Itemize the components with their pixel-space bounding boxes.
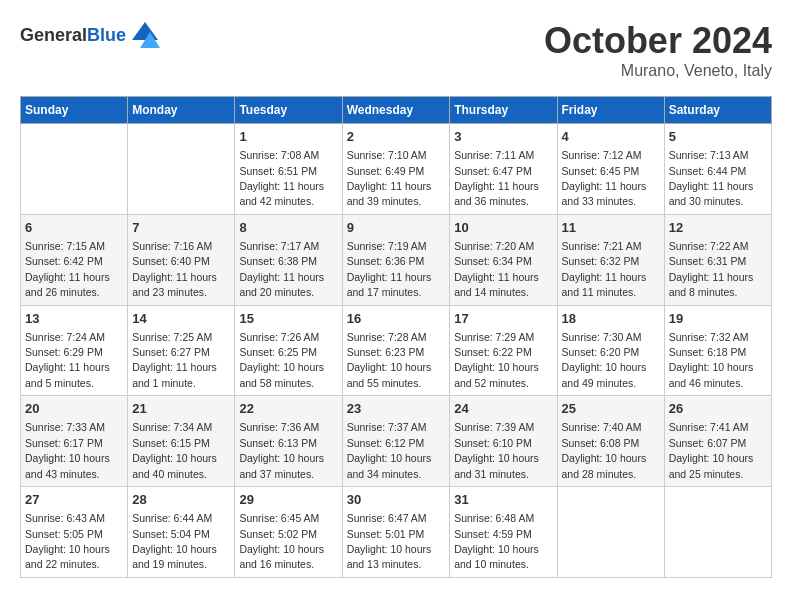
calendar-week-row: 6Sunrise: 7:15 AM Sunset: 6:42 PM Daylig… (21, 214, 772, 305)
weekday-header: Saturday (664, 97, 771, 124)
day-number: 2 (347, 128, 446, 146)
day-number: 28 (132, 491, 230, 509)
calendar-cell: 19Sunrise: 7:32 AM Sunset: 6:18 PM Dayli… (664, 305, 771, 396)
weekday-header: Friday (557, 97, 664, 124)
day-info: Sunrise: 7:29 AM Sunset: 6:22 PM Dayligh… (454, 331, 539, 389)
day-number: 5 (669, 128, 767, 146)
day-info: Sunrise: 6:44 AM Sunset: 5:04 PM Dayligh… (132, 512, 217, 570)
calendar-cell: 14Sunrise: 7:25 AM Sunset: 6:27 PM Dayli… (128, 305, 235, 396)
weekday-header: Thursday (450, 97, 557, 124)
day-number: 30 (347, 491, 446, 509)
day-info: Sunrise: 7:17 AM Sunset: 6:38 PM Dayligh… (239, 240, 324, 298)
day-info: Sunrise: 7:41 AM Sunset: 6:07 PM Dayligh… (669, 421, 754, 479)
day-info: Sunrise: 7:24 AM Sunset: 6:29 PM Dayligh… (25, 331, 110, 389)
day-info: Sunrise: 7:19 AM Sunset: 6:36 PM Dayligh… (347, 240, 432, 298)
day-info: Sunrise: 7:32 AM Sunset: 6:18 PM Dayligh… (669, 331, 754, 389)
calendar-cell: 23Sunrise: 7:37 AM Sunset: 6:12 PM Dayli… (342, 396, 450, 487)
calendar-cell: 1Sunrise: 7:08 AM Sunset: 6:51 PM Daylig… (235, 124, 342, 215)
day-number: 10 (454, 219, 552, 237)
location-title: Murano, Veneto, Italy (544, 62, 772, 80)
logo: GeneralBlue (20, 20, 160, 50)
calendar-week-row: 1Sunrise: 7:08 AM Sunset: 6:51 PM Daylig… (21, 124, 772, 215)
calendar-week-row: 20Sunrise: 7:33 AM Sunset: 6:17 PM Dayli… (21, 396, 772, 487)
title-block: October 2024 Murano, Veneto, Italy (544, 20, 772, 80)
calendar-cell (557, 487, 664, 578)
day-number: 14 (132, 310, 230, 328)
day-number: 18 (562, 310, 660, 328)
logo-icon (130, 20, 160, 50)
calendar-cell: 26Sunrise: 7:41 AM Sunset: 6:07 PM Dayli… (664, 396, 771, 487)
calendar-cell: 31Sunrise: 6:48 AM Sunset: 4:59 PM Dayli… (450, 487, 557, 578)
day-number: 27 (25, 491, 123, 509)
day-number: 20 (25, 400, 123, 418)
day-info: Sunrise: 7:15 AM Sunset: 6:42 PM Dayligh… (25, 240, 110, 298)
day-number: 11 (562, 219, 660, 237)
day-info: Sunrise: 7:37 AM Sunset: 6:12 PM Dayligh… (347, 421, 432, 479)
day-number: 23 (347, 400, 446, 418)
day-number: 16 (347, 310, 446, 328)
calendar-week-row: 13Sunrise: 7:24 AM Sunset: 6:29 PM Dayli… (21, 305, 772, 396)
day-info: Sunrise: 7:36 AM Sunset: 6:13 PM Dayligh… (239, 421, 324, 479)
day-info: Sunrise: 7:12 AM Sunset: 6:45 PM Dayligh… (562, 149, 647, 207)
day-number: 25 (562, 400, 660, 418)
day-info: Sunrise: 7:30 AM Sunset: 6:20 PM Dayligh… (562, 331, 647, 389)
day-info: Sunrise: 6:48 AM Sunset: 4:59 PM Dayligh… (454, 512, 539, 570)
day-info: Sunrise: 7:26 AM Sunset: 6:25 PM Dayligh… (239, 331, 324, 389)
day-number: 7 (132, 219, 230, 237)
calendar-cell: 18Sunrise: 7:30 AM Sunset: 6:20 PM Dayli… (557, 305, 664, 396)
calendar-cell: 25Sunrise: 7:40 AM Sunset: 6:08 PM Dayli… (557, 396, 664, 487)
calendar-cell: 28Sunrise: 6:44 AM Sunset: 5:04 PM Dayli… (128, 487, 235, 578)
day-info: Sunrise: 7:39 AM Sunset: 6:10 PM Dayligh… (454, 421, 539, 479)
day-info: Sunrise: 7:21 AM Sunset: 6:32 PM Dayligh… (562, 240, 647, 298)
day-info: Sunrise: 7:20 AM Sunset: 6:34 PM Dayligh… (454, 240, 539, 298)
calendar-cell: 6Sunrise: 7:15 AM Sunset: 6:42 PM Daylig… (21, 214, 128, 305)
calendar-cell: 27Sunrise: 6:43 AM Sunset: 5:05 PM Dayli… (21, 487, 128, 578)
calendar-cell: 15Sunrise: 7:26 AM Sunset: 6:25 PM Dayli… (235, 305, 342, 396)
day-info: Sunrise: 7:10 AM Sunset: 6:49 PM Dayligh… (347, 149, 432, 207)
day-number: 1 (239, 128, 337, 146)
day-info: Sunrise: 7:16 AM Sunset: 6:40 PM Dayligh… (132, 240, 217, 298)
logo-text: GeneralBlue (20, 25, 126, 46)
day-number: 22 (239, 400, 337, 418)
day-number: 8 (239, 219, 337, 237)
day-number: 26 (669, 400, 767, 418)
calendar-table: SundayMondayTuesdayWednesdayThursdayFrid… (20, 96, 772, 578)
calendar-cell (21, 124, 128, 215)
day-number: 3 (454, 128, 552, 146)
calendar-cell: 12Sunrise: 7:22 AM Sunset: 6:31 PM Dayli… (664, 214, 771, 305)
day-info: Sunrise: 7:33 AM Sunset: 6:17 PM Dayligh… (25, 421, 110, 479)
day-number: 29 (239, 491, 337, 509)
day-info: Sunrise: 7:08 AM Sunset: 6:51 PM Dayligh… (239, 149, 324, 207)
day-number: 17 (454, 310, 552, 328)
day-info: Sunrise: 7:40 AM Sunset: 6:08 PM Dayligh… (562, 421, 647, 479)
svg-marker-0 (132, 22, 158, 40)
calendar-cell: 30Sunrise: 6:47 AM Sunset: 5:01 PM Dayli… (342, 487, 450, 578)
month-title: October 2024 (544, 20, 772, 62)
weekday-header: Tuesday (235, 97, 342, 124)
logo-general: General (20, 25, 87, 45)
day-info: Sunrise: 6:47 AM Sunset: 5:01 PM Dayligh… (347, 512, 432, 570)
calendar-cell: 8Sunrise: 7:17 AM Sunset: 6:38 PM Daylig… (235, 214, 342, 305)
weekday-header: Monday (128, 97, 235, 124)
day-info: Sunrise: 6:45 AM Sunset: 5:02 PM Dayligh… (239, 512, 324, 570)
calendar-cell: 16Sunrise: 7:28 AM Sunset: 6:23 PM Dayli… (342, 305, 450, 396)
calendar-cell: 10Sunrise: 7:20 AM Sunset: 6:34 PM Dayli… (450, 214, 557, 305)
day-info: Sunrise: 7:11 AM Sunset: 6:47 PM Dayligh… (454, 149, 539, 207)
day-number: 12 (669, 219, 767, 237)
day-info: Sunrise: 7:25 AM Sunset: 6:27 PM Dayligh… (132, 331, 217, 389)
calendar-cell: 20Sunrise: 7:33 AM Sunset: 6:17 PM Dayli… (21, 396, 128, 487)
day-number: 4 (562, 128, 660, 146)
weekday-header: Wednesday (342, 97, 450, 124)
calendar-cell: 3Sunrise: 7:11 AM Sunset: 6:47 PM Daylig… (450, 124, 557, 215)
calendar-cell: 29Sunrise: 6:45 AM Sunset: 5:02 PM Dayli… (235, 487, 342, 578)
day-number: 9 (347, 219, 446, 237)
calendar-cell: 13Sunrise: 7:24 AM Sunset: 6:29 PM Dayli… (21, 305, 128, 396)
day-number: 15 (239, 310, 337, 328)
calendar-cell: 5Sunrise: 7:13 AM Sunset: 6:44 PM Daylig… (664, 124, 771, 215)
calendar-cell: 4Sunrise: 7:12 AM Sunset: 6:45 PM Daylig… (557, 124, 664, 215)
calendar-cell (664, 487, 771, 578)
calendar-cell: 9Sunrise: 7:19 AM Sunset: 6:36 PM Daylig… (342, 214, 450, 305)
day-number: 6 (25, 219, 123, 237)
calendar-cell: 24Sunrise: 7:39 AM Sunset: 6:10 PM Dayli… (450, 396, 557, 487)
day-info: Sunrise: 7:34 AM Sunset: 6:15 PM Dayligh… (132, 421, 217, 479)
